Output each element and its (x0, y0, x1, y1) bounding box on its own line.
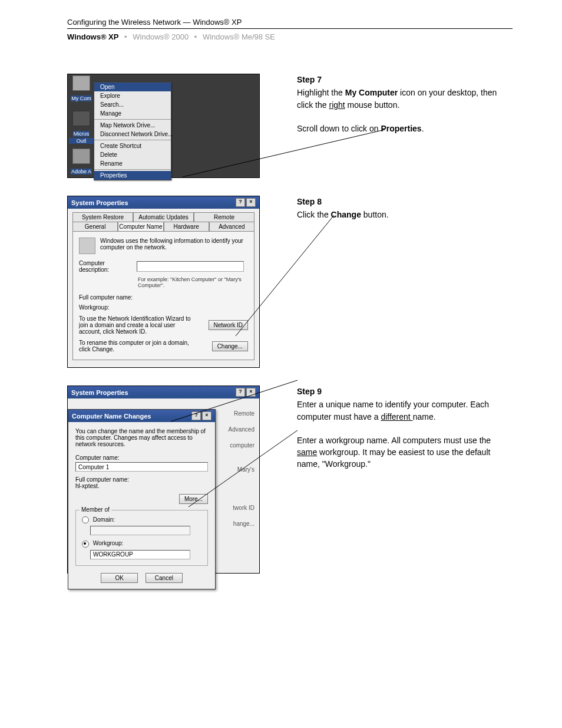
close-button[interactable]: × (246, 198, 256, 207)
domain-label: Domain: (93, 516, 115, 523)
my-computer-label: My Com (71, 95, 92, 101)
fullname-label: Full computer name: (75, 476, 208, 483)
tab-hardware[interactable]: Hardware (164, 222, 209, 231)
menu-divider (94, 169, 171, 170)
menu-item-create-shortcut[interactable]: Create Shortcut (94, 141, 171, 150)
tab-remote[interactable]: Remote (194, 212, 254, 222)
menu-item-open[interactable]: Open (94, 83, 171, 91)
tab-separator: • (124, 32, 127, 41)
ok-button[interactable]: OK (101, 573, 138, 583)
tab-computer-name[interactable]: Computer Name (118, 222, 163, 231)
desktop-icon-label: Micros (73, 131, 90, 137)
workgroup-label: Workgroup: (93, 540, 124, 546)
menu-item-delete[interactable]: Delete (94, 150, 171, 159)
desktop-icon (72, 149, 90, 164)
menu-item-search[interactable]: Search... (94, 100, 171, 109)
os-tabs: Windows® XP • Windows® 2000 • Windows® M… (67, 32, 513, 41)
menu-divider (94, 119, 171, 120)
tab-xp[interactable]: Windows® XP (67, 32, 118, 41)
menu-item-manage[interactable]: Manage (94, 109, 171, 118)
workgroup-radio[interactable] (82, 541, 89, 548)
dialog-title: System Properties (71, 389, 128, 396)
tab-advanced[interactable]: Advanced (209, 222, 254, 231)
dialog-title: System Properties (71, 199, 128, 206)
computer-icon (79, 238, 95, 254)
screenshot-context-menu: My Com Micros Outl Adobe A Open Explore (67, 74, 260, 178)
help-button[interactable]: ? (191, 411, 201, 420)
change-text: To rename this computer or join a domain… (79, 340, 197, 353)
step9-text1: Enter a unique name to identify your com… (297, 398, 500, 423)
change-button[interactable]: Change... (212, 341, 248, 351)
my-computer-icon (72, 75, 90, 91)
step9-title: Step 9 (297, 386, 500, 397)
menu-item-map-drive[interactable]: Map Network Drive... (94, 121, 171, 130)
screenshot-computer-name-changes: System Properties ? × Remote Advanced co… (67, 386, 260, 574)
menu-item-properties[interactable]: Properties (94, 171, 171, 180)
workgroup-label: Workgroup: (79, 304, 110, 311)
tab-automatic-updates[interactable]: Automatic Updates (133, 212, 194, 222)
desktop-icon-label: Outl (69, 138, 94, 144)
step8-text: Click the Change button. (297, 209, 500, 220)
tab-system-restore[interactable]: System Restore (72, 212, 133, 222)
info-text: Windows uses the following information t… (100, 238, 248, 254)
menu-item-disconnect-drive[interactable]: Disconnect Network Drive... (94, 130, 171, 139)
domain-input[interactable] (90, 526, 190, 535)
help-button[interactable]: ? (236, 388, 245, 397)
domain-radio[interactable] (82, 516, 89, 523)
tab-separator: • (194, 32, 197, 41)
page-header: Configuring the Wireless Network — Windo… (67, 18, 513, 29)
desc-label: Computer description: (79, 260, 135, 273)
menu-item-explore[interactable]: Explore (94, 91, 171, 100)
screenshot-system-properties: System Properties ? × System Restore Aut… (67, 196, 260, 368)
tab-general[interactable]: General (72, 222, 118, 231)
workgroup-input[interactable] (90, 550, 190, 559)
menu-divider (94, 140, 171, 140)
dialog-title: Computer Name Changes (72, 413, 151, 420)
dialog-computer-name-changes: Computer Name Changes ? × You can change… (68, 409, 216, 589)
tab-2000[interactable]: Windows® 2000 (133, 32, 189, 41)
cancel-button[interactable]: Cancel (146, 573, 183, 583)
desktop-icon-label: Adobe A (71, 169, 92, 174)
fullname-label: Full computer name: (79, 294, 133, 301)
fullname-value: hl-xptest. (75, 483, 208, 489)
step7-text2: Scroll down to click on Properties. (297, 123, 500, 134)
memberof-legend: Member of (80, 506, 111, 513)
menu-item-rename[interactable]: Rename (94, 159, 171, 168)
desktop-icon (72, 111, 90, 126)
step7-text1: Highlight the My Computer icon on your d… (297, 87, 500, 111)
context-menu: Open Explore Search... Manage Map Networ… (94, 82, 171, 180)
step9-text2: Enter a workgroup name. All computers mu… (297, 434, 500, 470)
close-button[interactable]: × (246, 388, 256, 397)
compname-label: Computer name: (75, 454, 208, 461)
help-button[interactable]: ? (236, 198, 245, 207)
tab-me98[interactable]: Windows® Me/98 SE (203, 32, 275, 41)
compname-input[interactable] (75, 462, 208, 472)
step7-title: Step 7 (297, 74, 500, 85)
more-button[interactable]: More... (179, 494, 208, 504)
network-id-text: To use the Network Identification Wizard… (79, 315, 197, 335)
example-text: For example: "Kitchen Computer" or "Mary… (138, 276, 248, 288)
desc-input[interactable] (137, 261, 244, 272)
network-id-button[interactable]: Network ID (209, 320, 248, 330)
close-button[interactable]: × (202, 411, 211, 420)
intro-text: You can change the name and the membersh… (75, 428, 208, 447)
step8-title: Step 8 (297, 196, 500, 207)
